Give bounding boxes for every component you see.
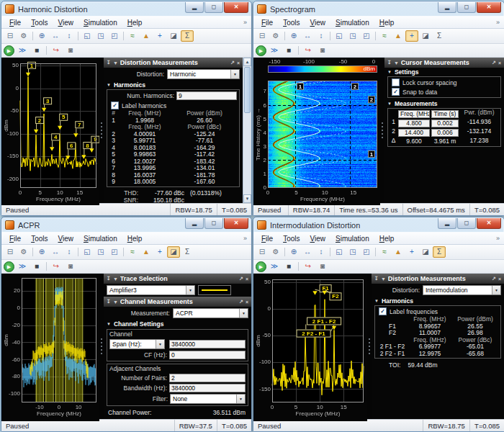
zoom-x-icon[interactable]: ↔	[301, 30, 314, 42]
menu-help[interactable]: Help	[122, 233, 148, 244]
titlebar[interactable]: Spectrogram ▂ ◻ ✕	[253, 1, 504, 16]
minimize-button[interactable]: ▂	[438, 2, 456, 13]
label-frequencies-checkbox[interactable]: ✓	[379, 307, 387, 315]
num-harmonics-input[interactable]: 9	[176, 91, 237, 100]
highlight-simulink-block-icon[interactable]: ↪	[50, 45, 63, 56]
menu-overflow-icon[interactable]: »	[496, 19, 501, 26]
panel-close-icon[interactable]: ×	[237, 60, 240, 66]
zoom-y-icon[interactable]: ↕	[315, 246, 328, 258]
run-icon[interactable]: ▶	[256, 45, 266, 56]
menu-overflow-icon[interactable]: »	[243, 235, 248, 242]
zoom-in-icon[interactable]: ⊕	[287, 246, 300, 258]
chevron-down-icon[interactable]: ▼	[230, 70, 239, 78]
span-full-icon[interactable]: ◳	[94, 30, 107, 42]
undock-icon[interactable]: ↗	[230, 60, 235, 66]
menu-view[interactable]: View	[305, 233, 330, 244]
span-fit-icon[interactable]: ◰	[108, 246, 121, 258]
menu-view[interactable]: View	[53, 233, 78, 244]
menu-help[interactable]: Help	[374, 233, 400, 244]
maximize-button[interactable]: ◻	[204, 218, 223, 229]
signal-statistics-icon[interactable]: ◪	[167, 30, 180, 42]
step-forward-icon[interactable]: ≫	[268, 45, 281, 56]
peak-finder-icon[interactable]: ▲	[392, 30, 405, 42]
minimize-button[interactable]: ▂	[438, 218, 456, 229]
settings-section-header[interactable]: ▼ Settings	[384, 68, 504, 76]
distortion-dropdown[interactable]: Harmonic ▼	[167, 69, 240, 79]
chevron-down-icon[interactable]: ▼	[236, 395, 245, 403]
peak-finder-icon[interactable]: ▲	[392, 246, 405, 258]
stop-icon[interactable]: ■	[282, 45, 295, 56]
span-x-icon[interactable]: ◱	[81, 30, 94, 42]
collapse-icon[interactable]: ▼	[113, 276, 118, 282]
stop-icon[interactable]: ■	[30, 261, 43, 272]
highlight-simulink-block-icon[interactable]: ↪	[50, 261, 63, 272]
snapshot-camera-icon[interactable]: ◙	[64, 261, 77, 272]
print-icon[interactable]: ⊟	[256, 246, 269, 258]
span-x-icon[interactable]: ◱	[333, 246, 346, 258]
lock-cursor-spacing-checkbox[interactable]	[392, 78, 400, 86]
menu-tools[interactable]: Tools	[278, 233, 305, 244]
zoom-x-icon[interactable]: ↔	[49, 30, 62, 42]
step-forward-icon[interactable]: ≫	[16, 261, 29, 272]
titlebar[interactable]: Intermodulation Distortion ▂ ◻ ✕	[253, 217, 504, 232]
menu-tools[interactable]: Tools	[26, 17, 53, 28]
cursor-table[interactable]: 14.8000.002-114.936214.4000.006-132.174Δ…	[390, 119, 499, 145]
menu-simulation[interactable]: Simulation	[330, 17, 374, 28]
print-icon[interactable]: ⊟	[4, 246, 17, 258]
peak-finder-icon[interactable]: ▲	[140, 246, 153, 258]
snapshot-camera-icon[interactable]: ◙	[316, 261, 329, 272]
settings-gear-icon[interactable]: ⚙	[17, 246, 30, 258]
distortion-measurements-icon[interactable]: Σ	[181, 246, 194, 258]
zoom-in-icon[interactable]: ⊕	[35, 30, 48, 42]
step-forward-icon[interactable]: ≫	[16, 45, 29, 56]
menu-view[interactable]: View	[53, 17, 78, 28]
zoom-x-icon[interactable]: ↔	[301, 246, 314, 258]
zoom-x-icon[interactable]: ↔	[49, 246, 62, 258]
scrollbar-thumb[interactable]	[244, 67, 251, 113]
distortion-measurements-icon[interactable]: Σ	[433, 30, 446, 42]
zoom-in-icon[interactable]: ⊕	[35, 246, 48, 258]
panel-close-icon[interactable]: ×	[498, 60, 501, 66]
span-mode-dropdown[interactable]: Span (Hz): ▼	[109, 339, 165, 349]
cursor-measurements-icon[interactable]: +	[405, 30, 418, 42]
settings-gear-icon[interactable]: ⚙	[269, 246, 282, 258]
snapshot-camera-icon[interactable]: ◙	[316, 45, 329, 56]
measure-signal-icon[interactable]: ≈	[378, 30, 391, 42]
harmonics-section-header[interactable]: ▼ Harmonics	[104, 81, 243, 89]
stop-icon[interactable]: ■	[282, 261, 295, 272]
acpr-spectrum-plot-canvas[interactable]	[1, 274, 99, 421]
span-full-icon[interactable]: ◳	[346, 246, 359, 258]
signal-statistics-icon[interactable]: ◪	[419, 246, 432, 258]
undock-icon[interactable]: ↗	[239, 299, 243, 305]
panel-header[interactable]: ↧ ▼ Cursor Measurements ↗ ×	[384, 58, 504, 68]
close-button[interactable]: ✕	[224, 2, 248, 13]
bandwidth-input[interactable]: 3840000	[169, 384, 246, 392]
span-value-input[interactable]: 3840000	[169, 340, 246, 348]
panel-header[interactable]: ↧ ▼ Distortion Measurements ↗ ×	[104, 58, 243, 68]
undock-icon[interactable]: ↗	[492, 60, 496, 66]
measure-signal-icon[interactable]: ≈	[378, 246, 391, 258]
cursor-measurements-icon[interactable]: +	[153, 30, 166, 42]
signal-statistics-icon[interactable]: ◪	[167, 246, 180, 258]
close-button[interactable]: ✕	[477, 2, 501, 13]
span-x-icon[interactable]: ◱	[81, 246, 94, 258]
menu-overflow-icon[interactable]: »	[496, 235, 501, 242]
collapse-icon[interactable]: ▼	[113, 300, 118, 305]
span-full-icon[interactable]: ◳	[346, 30, 359, 42]
zoom-y-icon[interactable]: ↕	[63, 246, 76, 258]
menu-file[interactable]: File	[256, 17, 278, 28]
cf-input[interactable]: 0	[169, 351, 246, 359]
menu-help[interactable]: Help	[122, 17, 148, 28]
channel-settings-section-header[interactable]: ▼ Channel Settings	[104, 320, 251, 328]
menu-file[interactable]: File	[256, 233, 278, 244]
print-icon[interactable]: ⊟	[4, 30, 17, 42]
spectrogram-plot-canvas[interactable]	[253, 58, 380, 205]
label-harmonics-checkbox[interactable]: ✓	[111, 102, 119, 109]
maximize-button[interactable]: ◻	[457, 218, 476, 229]
harmonics-section-header[interactable]: ▼ Harmonics	[372, 297, 504, 305]
close-button[interactable]: ✕	[224, 218, 248, 229]
minimize-button[interactable]: ▂	[185, 218, 204, 229]
span-fit-icon[interactable]: ◰	[108, 30, 121, 42]
snap-to-data-checkbox[interactable]: ✓	[392, 88, 400, 96]
menu-tools[interactable]: Tools	[278, 17, 305, 28]
